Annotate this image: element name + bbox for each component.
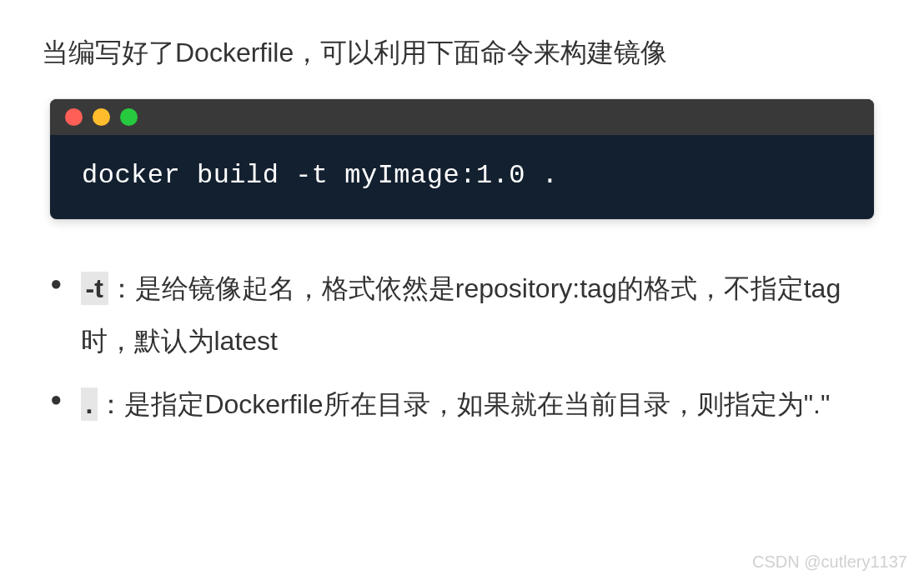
terminal-body: docker build -t myImage:1.0 . — [50, 135, 874, 219]
inline-code-flag: -t — [81, 272, 108, 305]
list-item-content: -t：是给镜像起名，格式依然是repository:tag的格式，不指定tag时… — [81, 262, 883, 367]
minimize-icon — [93, 108, 110, 126]
list-item: ● .：是指定Dockerfile所在目录，如果就在当前目录，则指定为"." — [50, 378, 882, 430]
bullet-icon: ● — [50, 272, 63, 296]
list-item-text: ：是给镜像起名，格式依然是repository:tag的格式，不指定tag时，默… — [81, 273, 841, 355]
intro-text: 当编写好了Dockerfile，可以利用下面命令来构建镜像 — [42, 32, 882, 74]
terminal-command: docker build -t myImage:1.0 . — [82, 160, 558, 191]
list-item-text: ：是指定Dockerfile所在目录，如果就在当前目录，则指定为"." — [98, 389, 830, 419]
maximize-icon — [120, 108, 138, 126]
list-item-content: .：是指定Dockerfile所在目录，如果就在当前目录，则指定为"." — [81, 378, 883, 430]
terminal-window: docker build -t myImage:1.0 . — [50, 99, 874, 219]
terminal-titlebar — [50, 99, 874, 135]
bullet-icon: ● — [50, 388, 63, 412]
inline-code-dot: . — [81, 388, 98, 421]
watermark-text: CSDN @cutlery1137 — [752, 552, 907, 572]
explanation-list: ● -t：是给镜像起名，格式依然是repository:tag的格式，不指定ta… — [42, 262, 882, 430]
close-icon — [65, 108, 83, 126]
list-item: ● -t：是给镜像起名，格式依然是repository:tag的格式，不指定ta… — [50, 262, 882, 367]
